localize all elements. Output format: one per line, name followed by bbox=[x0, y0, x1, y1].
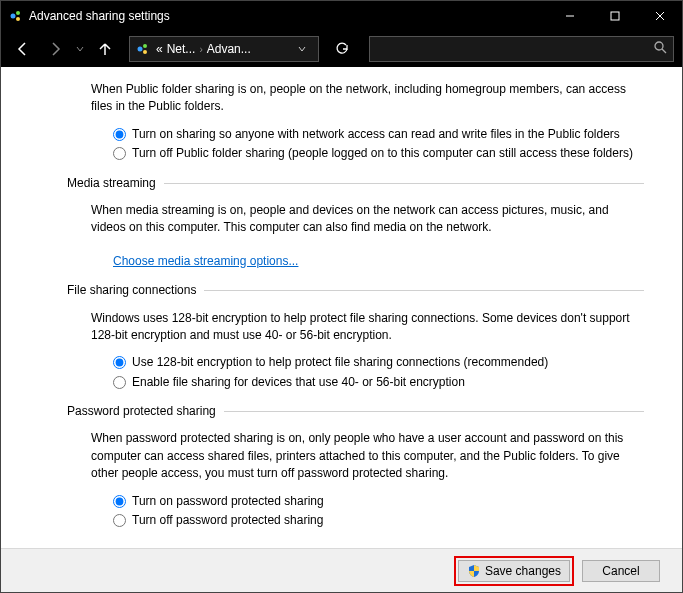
cancel-button[interactable]: Cancel bbox=[582, 560, 660, 582]
public-folder-on-option[interactable]: Turn on sharing so anyone with network a… bbox=[113, 126, 644, 143]
window-controls bbox=[547, 1, 682, 31]
file-sharing-description: Windows uses 128-bit encryption to help … bbox=[91, 310, 644, 345]
svg-point-8 bbox=[143, 44, 147, 48]
maximize-button[interactable] bbox=[592, 1, 637, 31]
password-sharing-description: When password protected sharing is on, o… bbox=[91, 430, 644, 482]
svg-rect-4 bbox=[611, 12, 619, 20]
password-sharing-heading: Password protected sharing bbox=[67, 403, 644, 420]
svg-point-2 bbox=[16, 17, 20, 21]
window-title: Advanced sharing settings bbox=[29, 9, 547, 23]
section-label: Media streaming bbox=[67, 175, 164, 192]
radio-label: Turn on password protected sharing bbox=[132, 493, 324, 510]
svg-point-9 bbox=[143, 50, 147, 54]
svg-point-10 bbox=[655, 42, 663, 50]
location-icon bbox=[136, 42, 150, 56]
radio-input[interactable] bbox=[113, 356, 126, 369]
password-sharing-radiogroup: Turn on password protected sharing Turn … bbox=[113, 493, 644, 530]
breadcrumb[interactable]: « Net... › Advan... bbox=[129, 36, 319, 62]
file-sharing-heading: File sharing connections bbox=[67, 282, 644, 299]
footer: Save changes Cancel bbox=[1, 548, 682, 592]
breadcrumb-item[interactable]: Advan... bbox=[207, 42, 251, 56]
divider bbox=[224, 411, 644, 412]
media-streaming-description: When media streaming is on, people and d… bbox=[91, 202, 644, 237]
radio-input[interactable] bbox=[113, 128, 126, 141]
radio-input[interactable] bbox=[113, 514, 126, 527]
section-label: File sharing connections bbox=[67, 282, 204, 299]
public-folder-radiogroup: Turn on sharing so anyone with network a… bbox=[113, 126, 644, 163]
media-streaming-options-link[interactable]: Choose media streaming options... bbox=[113, 253, 298, 270]
divider bbox=[204, 290, 644, 291]
search-box[interactable] bbox=[369, 36, 674, 62]
button-label: Cancel bbox=[602, 564, 639, 578]
breadcrumb-dropdown[interactable] bbox=[292, 37, 312, 61]
radio-label: Turn on sharing so anyone with network a… bbox=[132, 126, 620, 143]
app-icon bbox=[9, 9, 23, 23]
media-streaming-heading: Media streaming bbox=[67, 175, 644, 192]
window: Advanced sharing settings « Net... › Adv… bbox=[0, 0, 683, 593]
titlebar: Advanced sharing settings bbox=[1, 1, 682, 31]
svg-point-7 bbox=[138, 47, 143, 52]
refresh-button[interactable] bbox=[329, 36, 355, 62]
forward-button[interactable] bbox=[41, 35, 69, 63]
chevron-right-icon: › bbox=[199, 44, 202, 55]
svg-point-0 bbox=[11, 14, 16, 19]
shield-icon bbox=[467, 564, 481, 578]
radio-input[interactable] bbox=[113, 376, 126, 389]
breadcrumb-item[interactable]: Net... bbox=[167, 42, 196, 56]
radio-input[interactable] bbox=[113, 495, 126, 508]
encryption-128-option[interactable]: Use 128-bit encryption to help protect f… bbox=[113, 354, 644, 371]
public-folder-description: When Public folder sharing is on, people… bbox=[91, 81, 644, 116]
radio-label: Turn off password protected sharing bbox=[132, 512, 323, 529]
breadcrumb-prefix: « bbox=[156, 42, 163, 56]
svg-point-1 bbox=[16, 11, 20, 15]
radio-label: Turn off Public folder sharing (people l… bbox=[132, 145, 633, 162]
radio-input[interactable] bbox=[113, 147, 126, 160]
highlight-box: Save changes bbox=[454, 556, 574, 586]
back-button[interactable] bbox=[9, 35, 37, 63]
content-area: When Public folder sharing is on, people… bbox=[1, 67, 682, 548]
save-changes-button[interactable]: Save changes bbox=[458, 560, 570, 582]
navbar: « Net... › Advan... bbox=[1, 31, 682, 67]
close-button[interactable] bbox=[637, 1, 682, 31]
button-label: Save changes bbox=[485, 564, 561, 578]
minimize-button[interactable] bbox=[547, 1, 592, 31]
public-folder-off-option[interactable]: Turn off Public folder sharing (people l… bbox=[113, 145, 644, 162]
encryption-40-56-option[interactable]: Enable file sharing for devices that use… bbox=[113, 374, 644, 391]
password-on-option[interactable]: Turn on password protected sharing bbox=[113, 493, 644, 510]
radio-label: Use 128-bit encryption to help protect f… bbox=[132, 354, 548, 371]
search-input[interactable] bbox=[376, 42, 654, 56]
recent-dropdown[interactable] bbox=[73, 35, 87, 63]
svg-line-11 bbox=[662, 49, 666, 53]
section-label: Password protected sharing bbox=[67, 403, 224, 420]
search-icon bbox=[654, 40, 667, 58]
up-button[interactable] bbox=[91, 35, 119, 63]
radio-label: Enable file sharing for devices that use… bbox=[132, 374, 465, 391]
password-off-option[interactable]: Turn off password protected sharing bbox=[113, 512, 644, 529]
file-sharing-radiogroup: Use 128-bit encryption to help protect f… bbox=[113, 354, 644, 391]
divider bbox=[164, 183, 644, 184]
